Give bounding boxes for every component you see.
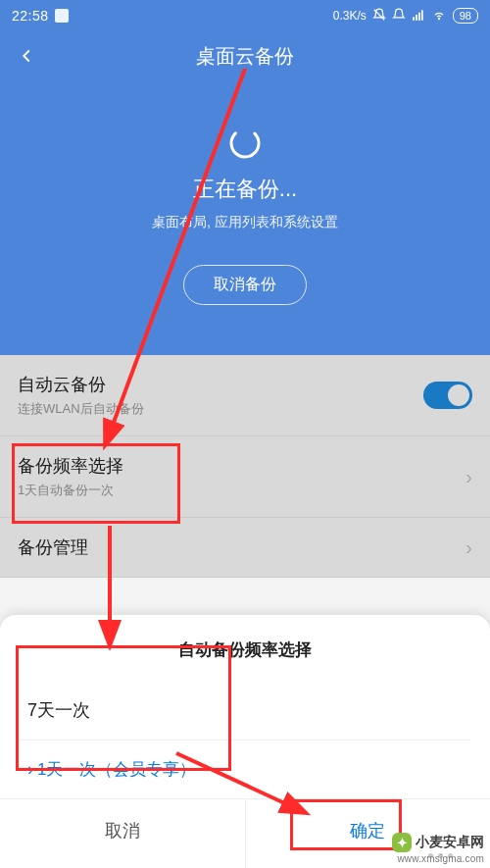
sheet-option-1day-member[interactable]: › 1天一次（会员专享）: [0, 740, 490, 798]
status-right: 0.3K/s 98: [333, 8, 478, 25]
status-left: 22:58: [12, 8, 69, 24]
chevron-right-icon: ›: [466, 536, 472, 559]
row-title: 自动云备份: [18, 373, 144, 396]
watermark-url: www.xmsigma.com: [397, 853, 484, 864]
signal-icon: [412, 8, 425, 25]
wifi-icon: [431, 8, 447, 25]
net-rate: 0.3K/s: [333, 9, 367, 23]
row-auto-backup[interactable]: 自动云备份 连接WLAN后自动备份: [0, 355, 490, 436]
row-title: 备份管理: [18, 536, 88, 559]
backup-sub-text: 桌面布局, 应用列表和系统设置: [152, 214, 338, 231]
header-area: 桌面云备份 正在备份... 桌面布局, 应用列表和系统设置 取消备份: [0, 31, 490, 355]
frequency-action-sheet: 自动备份频率选择 7天一次 › 1天一次（会员专享） 取消 确定: [0, 615, 490, 868]
watermark-name: 小麦安卓网: [416, 834, 484, 851]
spinner-icon: [227, 126, 263, 161]
back-button[interactable]: [16, 45, 37, 67]
status-app-icon: [55, 9, 69, 23]
status-time: 22:58: [12, 8, 49, 24]
auto-backup-toggle[interactable]: [423, 382, 472, 409]
battery-icon: 98: [453, 8, 478, 24]
caret-right-icon: ›: [27, 759, 33, 780]
back-chevron-icon: [16, 45, 37, 67]
page-title: 桌面云备份: [196, 43, 294, 70]
backup-status-block: 正在备份... 桌面布局, 应用列表和系统设置 取消备份: [152, 126, 338, 305]
row-title: 备份频率选择: [18, 454, 123, 478]
svg-rect-1: [413, 17, 415, 21]
svg-rect-4: [421, 10, 423, 20]
sheet-option-7days[interactable]: 7天一次: [0, 681, 490, 740]
bell-icon: [392, 8, 406, 25]
watermark: ✦ 小麦安卓网 www.xmsigma.com: [392, 833, 484, 864]
sheet-option-label: 1天一次（会员专享）: [37, 758, 196, 781]
svg-point-6: [227, 126, 263, 161]
settings-list: 自动云备份 连接WLAN后自动备份 备份频率选择 1天自动备份一次 › 备份管理…: [0, 355, 490, 578]
row-sub: 连接WLAN后自动备份: [18, 400, 144, 418]
svg-rect-2: [416, 15, 417, 21]
row-sub: 1天自动备份一次: [18, 482, 123, 499]
watermark-logo-icon: ✦: [392, 833, 412, 852]
sheet-cancel-button[interactable]: 取消: [0, 799, 245, 868]
backup-status-text: 正在备份...: [193, 175, 297, 204]
mute-bell-icon: [372, 8, 386, 25]
status-bar: 22:58 0.3K/s 98: [0, 0, 490, 31]
svg-rect-3: [418, 12, 420, 20]
sheet-title: 自动备份频率选择: [0, 629, 490, 681]
row-backup-manage[interactable]: 备份管理 ›: [0, 518, 490, 578]
row-backup-frequency[interactable]: 备份频率选择 1天自动备份一次 ›: [0, 436, 490, 518]
svg-point-5: [438, 18, 439, 19]
chevron-right-icon: ›: [466, 466, 472, 488]
nav-row: 桌面云备份: [0, 31, 490, 80]
cancel-backup-button[interactable]: 取消备份: [183, 265, 307, 305]
